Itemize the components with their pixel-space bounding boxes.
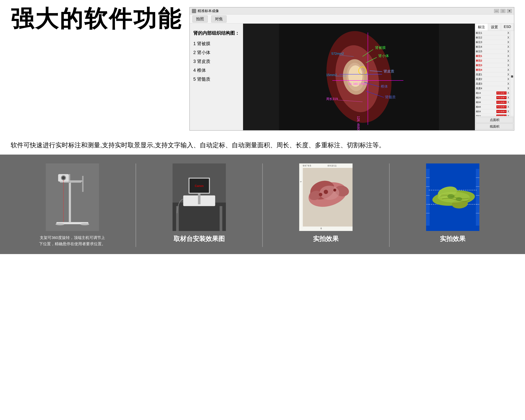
stand-diagram-image (11, 163, 134, 231)
ann-delete-13[interactable]: X (506, 87, 510, 90)
ann-delete-10[interactable]: X (506, 73, 510, 76)
ann-delete-5[interactable]: X (506, 50, 510, 53)
camera-setup-caption: 取材台安装效果图 (174, 234, 225, 243)
annotation-title: 肾的内部组织结构图： (193, 29, 240, 37)
specimen-photo-image: 0 9 8 7 6 5 8 9 10 11 6 5 (264, 163, 388, 231)
ann-row-12: 高度3 X (475, 82, 510, 86)
svg-text:5: 5 (300, 181, 302, 182)
separator-3 (389, 163, 390, 247)
ann-row-1: 标注1 X (475, 31, 510, 35)
item-2: 2 肾小体 (193, 48, 240, 57)
close-button[interactable]: ✕ (507, 9, 512, 13)
window-controls: — □ ✕ (494, 9, 512, 13)
ann-delete-17[interactable]: X (506, 105, 510, 109)
svg-text:Canon: Canon (195, 184, 204, 187)
svg-rect-45 (220, 206, 222, 231)
ann-row-10: 高度1 X (475, 72, 510, 77)
specimen-photo-caption: 实拍效果 (313, 234, 339, 243)
tab-settings[interactable]: 设置 (488, 24, 501, 31)
window-title: 精准标本成像 (197, 9, 219, 13)
svg-text:肾被膜: 肾被膜 (375, 46, 386, 50)
bottom-section: 支架可360度旋转，顶端主机可调节上下位置，精确悬停在使用者要求位置。 (0, 155, 525, 254)
ann-delete-7[interactable]: X (506, 59, 510, 62)
svg-rect-57 (299, 163, 303, 231)
ann-row-3: 标注3 X (475, 40, 510, 45)
blue-specimen-caption: 实拍效果 (440, 234, 466, 243)
camera-setup-image: Canon (138, 163, 261, 231)
ann-delete-9[interactable]: X (506, 68, 510, 72)
ann-row-11: 高度2 X (475, 77, 510, 82)
clear-annotations-label[interactable]: 清除标注 (510, 31, 514, 116)
image-container: 支架可360度旋转，顶端主机可调节上下位置，精确悬停在使用者要求位置。 (11, 163, 514, 247)
area-point-button[interactable]: 点面积 (476, 117, 513, 123)
svg-text:肾小体: 肾小体 (378, 54, 389, 58)
blue-specimen-item: 实拍效果 (391, 163, 515, 243)
ann-delete-14[interactable]: X (506, 92, 510, 95)
ann-delete-4[interactable]: X (506, 45, 510, 48)
svg-point-40 (56, 223, 64, 225)
ann-row-2: 标注2 X (475, 35, 510, 40)
ann-row-19: 画6X 开封副标X X (475, 114, 510, 116)
svg-text:15mm2: 15mm2 (326, 73, 337, 77)
svg-rect-50 (198, 194, 200, 204)
blue-specimen-svg (391, 163, 515, 231)
ann-row-14: 画1X 内含副标X X (475, 91, 510, 95)
ann-delete-3[interactable]: X (506, 41, 510, 44)
svg-text:肾皮质: 肾皮质 (384, 69, 394, 73)
svg-point-63 (320, 186, 339, 200)
camera-setup-item: Canon 取材台安装效果图 (138, 163, 261, 243)
svg-text:周长319: 周长319 (326, 97, 338, 101)
svg-point-86 (447, 194, 454, 198)
annotation-list-text: 1 肾被膜 2 肾小体 3 肾皮质 4 椎体 5 肾髓质 (193, 39, 240, 84)
area-line-button[interactable]: 线面积 (476, 123, 513, 130)
ann-delete-2[interactable]: X (506, 36, 510, 39)
ann-delete-15[interactable]: X (506, 96, 510, 99)
ann-row-8: 标注3 X (475, 63, 510, 68)
ann-delete-1[interactable]: X (506, 31, 510, 35)
window-titlebar: 精准标本成像 — □ ✕ (190, 8, 514, 15)
svg-point-41 (80, 223, 89, 225)
right-annotation-panel: 标注 设置 ESD 标注1 X 标注2 X (475, 24, 514, 130)
ann-delete-16[interactable]: X (506, 101, 510, 104)
maximize-button[interactable]: □ (500, 9, 506, 13)
stand-subcaption: 支架可360度旋转，顶端主机可调节上下位置，精确悬停在使用者要求位置。 (39, 234, 105, 247)
svg-rect-43 (172, 203, 226, 231)
stand-svg (11, 163, 134, 231)
svg-rect-29 (46, 163, 99, 231)
panel-body: 标注1 X 标注2 X 标注3 X 标注4 X (475, 31, 514, 116)
ann-delete-12[interactable]: X (506, 82, 510, 85)
separator-1 (136, 163, 136, 247)
stand-diagram-item: 支架可360度旋转，顶端主机可调节上下位置，精确悬停在使用者要求位置。 (11, 163, 134, 247)
svg-point-35 (62, 176, 65, 179)
ann-delete-11[interactable]: X (506, 78, 510, 81)
minimize-button[interactable]: — (494, 9, 499, 13)
item-1: 1 肾被膜 (193, 39, 240, 48)
kidney-image-area: 572mm2 15mm2 59, 340 27960 周长319 128, 46… (243, 24, 475, 130)
ann-row-16: 画3X 内含副标X X (475, 100, 510, 105)
software-window: 精准标本成像 — □ ✕ 拍照 对焦 肾的内部组织结构图： 1 肾被膜 2 肾小… (189, 7, 514, 131)
ann-delete-18[interactable]: X (506, 110, 510, 113)
svg-text:椎体: 椎体 (381, 84, 388, 88)
svg-point-66 (319, 193, 322, 196)
tab-esd[interactable]: ESD (501, 24, 514, 31)
capture-button[interactable]: 拍照 (192, 15, 208, 23)
focus-button[interactable]: 对焦 (211, 15, 226, 23)
big-title: 强大的软件功能 (11, 7, 182, 30)
specimen-svg: 0 9 8 7 6 5 8 9 10 11 6 5 (264, 163, 388, 231)
window-toolbar: 拍照 对焦 (190, 15, 514, 24)
ann-delete-8[interactable]: X (506, 64, 510, 67)
ann-row-18: 画5X 内含副标X X (475, 109, 510, 114)
ann-delete-6[interactable]: X (506, 55, 510, 58)
svg-point-87 (456, 197, 462, 201)
tab-annotation[interactable]: 标注 (475, 24, 488, 31)
ann-delete-19[interactable]: X (506, 115, 510, 116)
svg-text:8 9 10 11: 8 9 10 11 (328, 165, 337, 167)
svg-text:128, 4680: 128, 4680 (356, 116, 360, 130)
svg-text:6: 6 (320, 227, 322, 230)
svg-rect-38 (69, 180, 83, 182)
specimen-photo-item: 0 9 8 7 6 5 8 9 10 11 6 5 (264, 163, 388, 243)
annotation-text-panel: 肾的内部组织结构图： 1 肾被膜 2 肾小体 3 肾皮质 4 椎体 5 肾髓质 (190, 24, 243, 130)
svg-rect-68 (426, 169, 430, 226)
svg-point-65 (333, 189, 336, 192)
top-section: 强大的软件功能 精准标本成像 — □ ✕ 拍照 对焦 肾的内部组织结构图： 1 … (0, 0, 525, 136)
